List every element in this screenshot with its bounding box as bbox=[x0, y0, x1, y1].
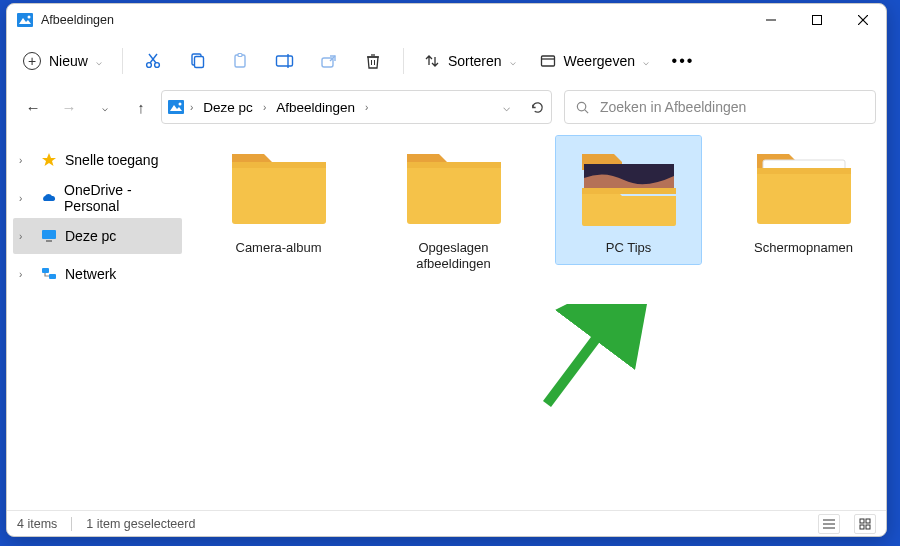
sidebar-item-label: Deze pc bbox=[65, 228, 116, 244]
new-label: Nieuw bbox=[49, 53, 88, 69]
paste-button bbox=[221, 42, 261, 80]
more-button[interactable]: ••• bbox=[663, 42, 703, 80]
folder-item[interactable]: Camera-album bbox=[206, 136, 351, 264]
svg-line-29 bbox=[585, 109, 588, 112]
cut-button[interactable] bbox=[133, 42, 173, 80]
back-button[interactable]: ← bbox=[17, 91, 49, 123]
svg-point-28 bbox=[577, 102, 585, 110]
svg-rect-37 bbox=[407, 162, 501, 224]
svg-rect-4 bbox=[813, 16, 822, 25]
view-button[interactable]: Weergeven ⌵ bbox=[530, 47, 659, 75]
separator bbox=[71, 517, 72, 531]
folder-preview-icon bbox=[574, 140, 684, 232]
navigation-pane: › Snelle toegang › OneDrive - Personal ›… bbox=[7, 132, 186, 510]
svg-rect-42 bbox=[757, 168, 851, 224]
svg-point-7 bbox=[147, 63, 152, 68]
svg-rect-0 bbox=[17, 13, 33, 27]
svg-rect-23 bbox=[541, 56, 554, 66]
sidebar-item-network[interactable]: › Netwerk bbox=[13, 256, 182, 292]
maximize-button[interactable] bbox=[794, 4, 840, 36]
svg-rect-47 bbox=[860, 519, 864, 523]
separator bbox=[403, 48, 404, 74]
chevron-right-icon: › bbox=[263, 102, 266, 113]
svg-point-27 bbox=[179, 103, 182, 106]
share-button bbox=[309, 42, 349, 80]
toolbar: + Nieuw ⌵ Sorteren ⌵ Weergeven ⌵ ••• bbox=[7, 36, 886, 86]
svg-rect-43 bbox=[757, 168, 851, 174]
breadcrumb-segment[interactable]: Deze pc bbox=[199, 96, 257, 119]
svg-rect-12 bbox=[194, 57, 203, 68]
chevron-down-icon[interactable]: ⌵ bbox=[503, 100, 510, 114]
icons-view-button[interactable] bbox=[854, 514, 876, 534]
chevron-right-icon: › bbox=[19, 193, 32, 204]
svg-rect-33 bbox=[42, 268, 49, 273]
up-button[interactable]: ↑ bbox=[125, 91, 157, 123]
item-count: 4 items bbox=[17, 517, 57, 531]
svg-rect-34 bbox=[49, 274, 56, 279]
svg-rect-31 bbox=[42, 230, 56, 239]
svg-rect-36 bbox=[232, 162, 326, 168]
view-icon bbox=[540, 53, 556, 69]
star-icon bbox=[41, 152, 57, 168]
svg-point-8 bbox=[155, 63, 160, 68]
folder-item[interactable]: PC Tips bbox=[556, 136, 701, 264]
sidebar-item-label: Netwerk bbox=[65, 266, 116, 282]
sidebar-item-quick-access[interactable]: › Snelle toegang bbox=[13, 142, 182, 178]
svg-rect-32 bbox=[46, 240, 52, 242]
search-box[interactable]: Zoeken in Afbeeldingen bbox=[564, 90, 876, 124]
sidebar-item-label: OneDrive - Personal bbox=[64, 182, 182, 214]
recent-locations-button[interactable]: ⌵ bbox=[89, 91, 121, 123]
copy-button[interactable] bbox=[177, 42, 217, 80]
chevron-right-icon: › bbox=[190, 102, 193, 113]
selection-count: 1 item geselecteerd bbox=[86, 517, 195, 531]
titlebar: Afbeeldingen bbox=[7, 4, 886, 36]
folder-label: PC Tips bbox=[606, 240, 652, 256]
folder-label: Schermopnamen bbox=[754, 240, 853, 256]
svg-rect-48 bbox=[866, 519, 870, 523]
plus-icon: + bbox=[23, 52, 41, 70]
breadcrumb-segment[interactable]: Afbeeldingen bbox=[272, 96, 359, 119]
folder-icon bbox=[749, 140, 859, 232]
svg-rect-50 bbox=[866, 525, 870, 529]
delete-button[interactable] bbox=[353, 42, 393, 80]
svg-rect-14 bbox=[238, 54, 242, 57]
chevron-down-icon: ⌵ bbox=[643, 56, 649, 67]
chevron-right-icon: › bbox=[19, 269, 33, 280]
pictures-icon bbox=[168, 99, 184, 115]
folder-label: Camera-album bbox=[236, 240, 322, 256]
svg-marker-30 bbox=[42, 153, 56, 166]
svg-point-2 bbox=[28, 16, 31, 19]
nav-row: ← → ⌵ ↑ › Deze pc › Afbeeldingen › ⌵ Zoe… bbox=[7, 86, 886, 132]
chevron-right-icon: › bbox=[365, 102, 368, 113]
chevron-down-icon: ⌵ bbox=[510, 56, 516, 67]
address-bar[interactable]: › Deze pc › Afbeeldingen › ⌵ bbox=[161, 90, 552, 124]
new-button[interactable]: + Nieuw ⌵ bbox=[13, 46, 112, 76]
minimize-button[interactable] bbox=[748, 4, 794, 36]
sidebar-item-onedrive[interactable]: › OneDrive - Personal bbox=[13, 180, 182, 216]
svg-rect-38 bbox=[407, 162, 501, 168]
details-view-button[interactable] bbox=[818, 514, 840, 534]
chevron-down-icon: ⌵ bbox=[96, 56, 102, 67]
close-button[interactable] bbox=[840, 4, 886, 36]
refresh-button[interactable] bbox=[530, 100, 545, 115]
folder-item[interactable]: Schermopnamen bbox=[731, 136, 876, 264]
rename-button[interactable] bbox=[265, 42, 305, 80]
status-bar: 4 items 1 item geselecteerd bbox=[7, 510, 886, 536]
search-icon bbox=[575, 100, 590, 115]
monitor-icon bbox=[41, 228, 57, 244]
sidebar-item-label: Snelle toegang bbox=[65, 152, 158, 168]
svg-rect-25 bbox=[168, 100, 184, 114]
cloud-icon bbox=[40, 190, 56, 206]
sort-button[interactable]: Sorteren ⌵ bbox=[414, 47, 526, 75]
folder-label: Opgeslagen afbeeldingen bbox=[385, 240, 522, 273]
pictures-app-icon bbox=[17, 12, 33, 28]
folder-item[interactable]: Opgeslagen afbeeldingen bbox=[381, 136, 526, 281]
svg-rect-15 bbox=[276, 56, 292, 66]
svg-line-9 bbox=[150, 54, 157, 63]
svg-line-10 bbox=[149, 54, 156, 63]
chevron-right-icon: › bbox=[19, 231, 33, 242]
chevron-right-icon: › bbox=[19, 155, 33, 166]
window-title: Afbeeldingen bbox=[41, 13, 114, 27]
sort-icon bbox=[424, 53, 440, 69]
sidebar-item-this-pc[interactable]: › Deze pc bbox=[13, 218, 182, 254]
